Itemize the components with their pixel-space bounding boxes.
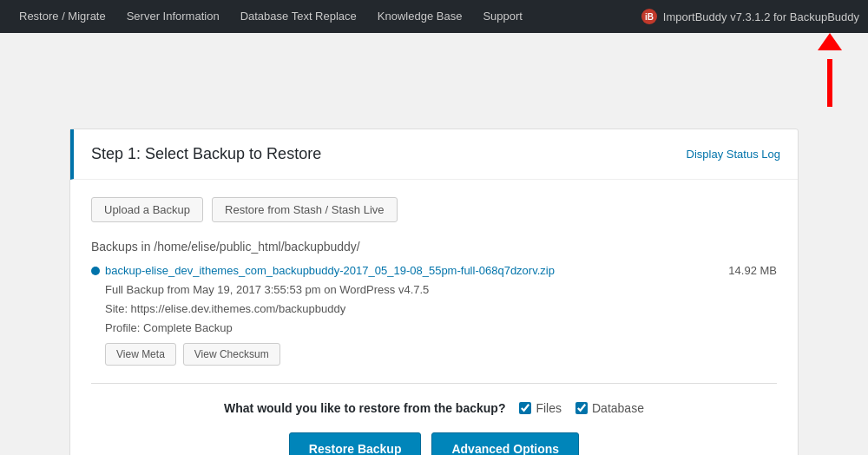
upload-backup-button[interactable]: Upload a Backup [91,197,203,222]
restore-question: What would you like to restore from the … [224,401,505,415]
display-status-log-link[interactable]: Display Status Log [687,148,780,161]
backup-filename-row: backup-elise_dev_ithemes_com_backupbuddy… [91,264,777,277]
files-label: Files [536,401,562,415]
card-title: Step 1: Select Backup to Restore [91,145,321,163]
upload-stash-row: Upload a Backup Restore from Stash / Sta… [91,197,777,222]
svg-text:iB: iB [645,12,654,22]
backup-filename[interactable]: backup-elise_dev_ithemes_com_backupbuddy… [91,264,555,277]
section-divider [91,383,777,384]
files-checkbox[interactable] [519,402,531,414]
main-content: Step 1: Select Backup to Restore Display… [0,111,868,455]
brand-label: ImportBuddy v7.3.1.2 for BackupBuddy [663,10,859,23]
nav-support[interactable]: Support [472,0,533,33]
backup-file-entry: backup-elise_dev_ithemes_com_backupbuddy… [91,264,777,366]
arrow-shaft-icon [827,59,832,107]
nav-server-information[interactable]: Server Information [116,0,230,33]
database-label: Database [592,401,644,415]
backup-filename-text: backup-elise_dev_ithemes_com_backupbuddy… [105,264,555,277]
restore-backup-button[interactable]: Restore Backup [289,432,422,455]
backup-detail2: Site: https://elise.dev.ithemes.com/back… [105,300,777,319]
restore-from-stash-button[interactable]: Restore from Stash / Stash Live [212,197,398,222]
action-btn-row: Restore Backup Advanced Options [91,432,777,455]
backup-detail1: Full Backup from May 19, 2017 3:55:53 pm… [105,280,777,300]
view-checksum-button[interactable]: View Checksum [183,343,280,366]
step1-card: Step 1: Select Backup to Restore Display… [69,129,799,455]
backup-meta: Full Backup from May 19, 2017 3:55:53 pm… [91,280,777,338]
card-body: Upload a Backup Restore from Stash / Sta… [70,180,798,455]
files-checkbox-label[interactable]: Files [519,401,562,415]
meta-btn-row: View Meta View Checksum [91,343,777,366]
nav-brand: iB ImportBuddy v7.3.1.2 for BackupBuddy [641,8,859,25]
restore-options-row: What would you like to restore from the … [91,401,777,415]
importbuddy-icon: iB [641,8,658,25]
backup-dot-icon [91,267,100,275]
nav-restore-migrate[interactable]: Restore / Migrate [9,0,116,33]
nav-bar: Restore / Migrate Server Information Dat… [0,0,868,33]
backup-path: Backups in /home/elise/public_html/backu… [91,240,777,254]
backup-detail3: Profile: Complete Backup [105,319,777,338]
card-header: Step 1: Select Backup to Restore Display… [70,129,798,180]
nav-database-text-replace[interactable]: Database Text Replace [230,0,367,33]
arrow-head-icon [818,33,842,50]
advanced-options-button[interactable]: Advanced Options [431,432,579,455]
database-checkbox[interactable] [575,402,588,414]
arrow-annotation [0,33,868,111]
view-meta-button[interactable]: View Meta [105,343,176,366]
nav-knowledge-base[interactable]: Knowledge Base [367,0,473,33]
database-checkbox-label[interactable]: Database [575,401,644,415]
backup-size: 14.92 MB [728,264,777,277]
